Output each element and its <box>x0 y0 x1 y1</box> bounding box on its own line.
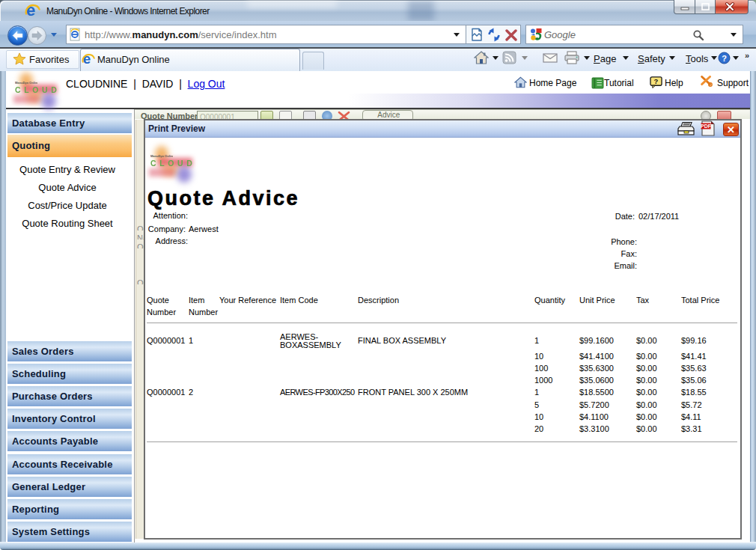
svg-text:?: ? <box>654 77 659 85</box>
svg-text:?: ? <box>722 54 727 63</box>
svg-text:PDF: PDF <box>701 123 712 129</box>
